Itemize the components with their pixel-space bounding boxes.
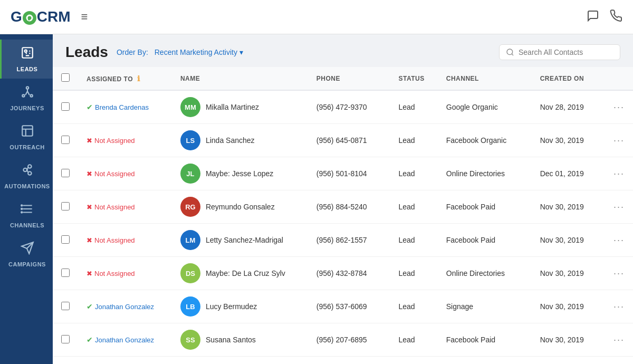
sidebar-item-journeys[interactable]: JOURNEYS — [0, 79, 53, 118]
status-cell: Lead — [390, 190, 437, 224]
avatar: MM — [180, 97, 200, 117]
name-cell: SS Susana Santos — [172, 323, 308, 357]
table-row: ✖ Not Assigned DS Maybe: De La Cruz Sylv… — [53, 257, 633, 290]
header-phone: PHONE — [308, 67, 390, 90]
row-checkbox[interactable] — [61, 235, 70, 244]
select-all-checkbox[interactable] — [61, 73, 70, 82]
sidebar-item-leads[interactable]: LEADS — [0, 40, 53, 79]
search-box[interactable] — [499, 44, 620, 60]
sidebar-item-channels[interactable]: CHANNELS — [0, 196, 53, 235]
channels-icon — [21, 202, 34, 219]
chat-icon[interactable] — [587, 9, 599, 25]
menu-button[interactable]: ≡ — [81, 10, 88, 24]
not-assigned-label[interactable]: ✖ Not Assigned — [87, 270, 164, 277]
contact-name[interactable]: Susana Santos — [206, 336, 256, 344]
row-checkbox-cell — [53, 90, 78, 124]
channel-cell: Facebook Paid — [438, 323, 532, 357]
contact-name[interactable]: Letty Sanchez-Madrigal — [206, 236, 283, 244]
search-input[interactable] — [519, 48, 613, 56]
sidebar-label-campaigns: CAMPAIGNS — [8, 261, 46, 267]
status-cell: Lead — [390, 323, 437, 357]
automations-icon — [21, 163, 34, 180]
status-cell: Lead — [390, 224, 437, 257]
row-checkbox[interactable] — [61, 136, 70, 144]
sidebar-label-journeys: JOURNEYS — [10, 105, 44, 111]
row-actions-button[interactable]: ··· — [602, 157, 633, 190]
row-actions-button[interactable]: ··· — [602, 224, 633, 257]
avatar: RG — [180, 197, 200, 217]
row-checkbox-cell — [53, 323, 78, 357]
contact-name[interactable]: Linda Sanchez — [206, 136, 255, 145]
outreach-icon — [21, 124, 34, 141]
order-by-selector[interactable]: Order By: Recent Marketing Activity ▾ — [117, 48, 243, 56]
phone-cell: (956) 537-6069 — [308, 290, 390, 323]
status-cell: Lead — [390, 290, 437, 323]
row-checkbox[interactable] — [61, 335, 70, 343]
not-assigned-label[interactable]: ✖ Not Assigned — [87, 203, 164, 211]
phone-icon[interactable] — [610, 9, 622, 25]
row-checkbox[interactable] — [61, 269, 70, 277]
svg-point-1 — [24, 50, 26, 52]
assigned-cell: ✖ Not Assigned — [78, 224, 172, 257]
created-cell: Dec 01, 2019 — [532, 157, 602, 190]
search-icon — [506, 48, 514, 56]
name-cell: RG Reymundo Gonsalez — [172, 190, 308, 224]
assigned-cell: ✖ Not Assigned — [78, 190, 172, 224]
status-cell: Lead — [390, 157, 437, 190]
channel-cell: Signage — [438, 290, 532, 323]
nav-right — [587, 9, 622, 25]
row-actions-button[interactable]: ··· — [602, 124, 633, 157]
contact-name[interactable]: Reymundo Gonsalez — [206, 203, 275, 211]
assigned-link[interactable]: ✔ Jonathan Gonzalez — [87, 336, 164, 344]
row-checkbox[interactable] — [61, 202, 70, 210]
sidebar-item-campaigns[interactable]: CAMPAIGNS — [0, 235, 53, 274]
sidebar-label-outreach: OUTREACH — [9, 144, 44, 150]
not-assigned-label[interactable]: ✖ Not Assigned — [87, 236, 164, 244]
row-actions-button[interactable]: ··· — [602, 90, 633, 124]
phone-cell: (956) 207-6895 — [308, 323, 390, 357]
sidebar-label-automations: AUTOMATIONS — [4, 183, 50, 189]
avatar: LS — [180, 130, 200, 150]
row-actions-button[interactable]: ··· — [602, 190, 633, 224]
created-cell: Nov 30, 2019 — [532, 290, 602, 323]
campaigns-icon — [21, 241, 34, 258]
contact-name[interactable]: Maybe: De La Cruz Sylv — [206, 269, 285, 277]
table-row: ✖ Not Assigned RG Reymundo Gonsalez (956… — [53, 190, 633, 224]
leads-table-container: ASSIGNED TO ℹ NAME PHONE STATUS CHANNEL … — [53, 67, 633, 364]
svg-point-3 — [22, 94, 24, 97]
svg-rect-0 — [22, 47, 33, 58]
row-checkbox-cell — [53, 190, 78, 224]
sidebar-item-automations[interactable]: AUTOMATIONS — [0, 157, 53, 196]
contact-name[interactable]: Maybe: Jesse Lopez — [206, 169, 273, 178]
phone-cell: (956) 472-9370 — [308, 90, 390, 124]
phone-cell: (956) 432-8784 — [308, 257, 390, 290]
row-actions-button[interactable]: ··· — [602, 290, 633, 323]
assigned-cell: ✔ Jonathan Gonzalez — [78, 290, 172, 323]
assigned-cell: ✖ Not Assigned — [78, 124, 172, 157]
channel-cell: Google Organic — [438, 90, 532, 124]
not-assigned-label[interactable]: ✖ Not Assigned — [87, 170, 164, 178]
name-cell: MM Mikalla Martinez — [172, 90, 308, 124]
svg-rect-5 — [22, 126, 33, 136]
row-actions-button[interactable]: ··· — [602, 323, 633, 357]
sidebar-item-outreach[interactable]: OUTREACH — [0, 118, 53, 157]
avatar: JL — [180, 164, 200, 184]
content-area: Leads Order By: Recent Marketing Activit… — [53, 34, 633, 364]
row-checkbox-cell — [53, 157, 78, 190]
top-nav: G CRM ≡ — [0, 0, 633, 34]
assigned-link[interactable]: ✔ Jonathan Gonzalez — [87, 302, 164, 311]
header-status: STATUS — [390, 67, 437, 90]
channel-cell: Online Directories — [438, 157, 532, 190]
row-checkbox[interactable] — [61, 302, 70, 310]
assigned-cell: ✔ Jonathan Gonzalez — [78, 323, 172, 357]
contact-name[interactable]: Mikalla Martinez — [206, 103, 259, 111]
row-checkbox[interactable] — [61, 102, 70, 111]
row-actions-button[interactable]: ··· — [602, 257, 633, 290]
assigned-link[interactable]: ✔ Brenda Cardenas — [87, 103, 164, 111]
svg-point-10 — [21, 208, 22, 209]
contact-name[interactable]: Lucy Bermudez — [206, 302, 257, 311]
status-cell: Lead — [390, 90, 437, 124]
not-assigned-label[interactable]: ✖ Not Assigned — [87, 137, 164, 145]
row-checkbox[interactable] — [61, 169, 70, 177]
avatar: LB — [180, 296, 200, 317]
